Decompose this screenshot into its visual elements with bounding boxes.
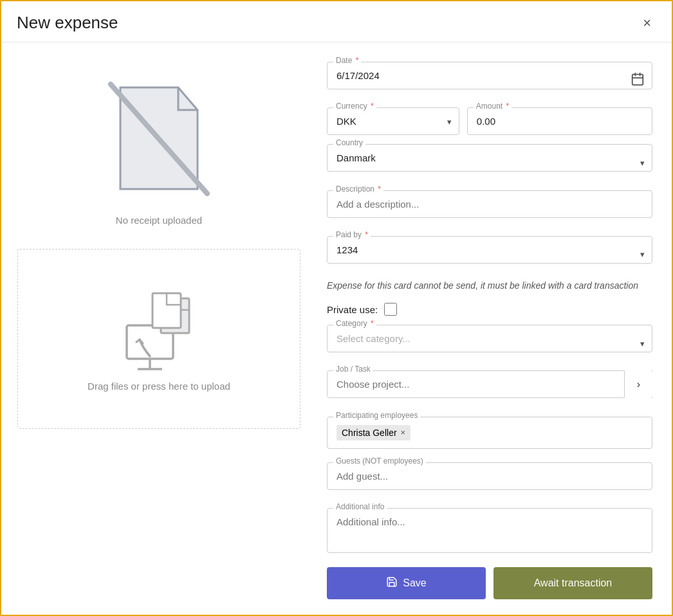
private-use-checkbox[interactable] [384, 303, 397, 316]
country-select[interactable]: Danmark Sweden Norway Germany [327, 144, 652, 172]
currency-amount-row: Currency * DKK EUR USD GBP ▾ Amount * [327, 107, 652, 135]
no-receipt-label: No receipt uploaded [116, 215, 202, 226]
date-input[interactable] [327, 62, 652, 89]
currency-field-container: Currency * DKK EUR USD GBP ▾ [327, 107, 459, 135]
no-receipt-area: No receipt uploaded [95, 68, 223, 226]
upload-label: Drag files or press here to upload [88, 381, 230, 392]
no-receipt-icon [101, 75, 217, 203]
card-warning-text: Expense for this card cannot be send, it… [327, 279, 652, 293]
amount-label: Amount * [474, 102, 512, 111]
participating-employees-field-container: Participating employees Christa Geller × [327, 417, 652, 453]
amount-input[interactable] [467, 107, 652, 135]
paid-by-field-container: Paid by * 1234 5678 ▾ [327, 236, 652, 273]
job-task-wrapper: › [327, 370, 652, 398]
upload-icon [117, 287, 201, 370]
close-button[interactable]: × [638, 14, 656, 33]
country-label: Country [333, 138, 365, 147]
category-select[interactable]: Select category... [327, 325, 652, 352]
modal-title: New expense [17, 13, 118, 33]
date-label: Date * [333, 56, 361, 65]
participant-name: Christa Geller [342, 428, 397, 438]
category-field-container: Category * Select category... ▾ [327, 325, 652, 361]
paid-by-select[interactable]: 1234 5678 [327, 236, 652, 264]
modal-header: New expense × [1, 1, 672, 42]
await-transaction-button[interactable]: Await transaction [493, 567, 652, 599]
receipt-icon-container [95, 68, 223, 210]
guests-label: Guests (NOT employees) [333, 457, 426, 466]
currency-select[interactable]: DKK EUR USD GBP [327, 107, 459, 135]
paid-by-label: Paid by * [333, 230, 371, 239]
participants-container[interactable]: Christa Geller × [327, 417, 652, 449]
participant-tag: Christa Geller × [336, 425, 410, 440]
job-task-label: Job / Task [333, 365, 373, 374]
date-field-container: Date * [327, 62, 652, 98]
modal-body: No receipt uploaded [1, 42, 672, 615]
footer-buttons: Save Await transaction [327, 567, 652, 599]
upload-area[interactable]: Drag files or press here to upload [17, 249, 300, 429]
currency-label: Currency * [333, 102, 376, 111]
amount-field-container: Amount * [467, 107, 652, 135]
description-input[interactable] [327, 190, 652, 218]
job-task-field-container: Job / Task › [327, 370, 652, 407]
description-field-container: Description * [327, 190, 652, 227]
additional-info-field-container: Additional info [327, 508, 652, 556]
private-use-row: Private use: [327, 303, 652, 316]
modal: New expense × No receipt uploaded [0, 0, 673, 616]
participant-remove-button[interactable]: × [401, 428, 406, 437]
guests-input[interactable] [327, 462, 652, 490]
job-task-arrow-button[interactable]: › [624, 370, 652, 398]
guests-field-container: Guests (NOT employees) [327, 462, 652, 499]
left-panel: No receipt uploaded [1, 42, 317, 615]
save-disk-icon [386, 576, 398, 590]
job-task-input[interactable] [327, 370, 652, 398]
additional-info-textarea[interactable] [327, 508, 652, 553]
category-label: Category * [333, 319, 376, 328]
description-label: Description * [333, 185, 383, 194]
save-button[interactable]: Save [327, 567, 486, 599]
additional-info-label: Additional info [333, 502, 387, 511]
country-field-container: Country Danmark Sweden Norway Germany ▾ [327, 144, 652, 181]
private-use-label: Private use: [327, 304, 378, 315]
participating-employees-label: Participating employees [333, 411, 420, 420]
right-panel: Date * Currency * [317, 42, 672, 615]
